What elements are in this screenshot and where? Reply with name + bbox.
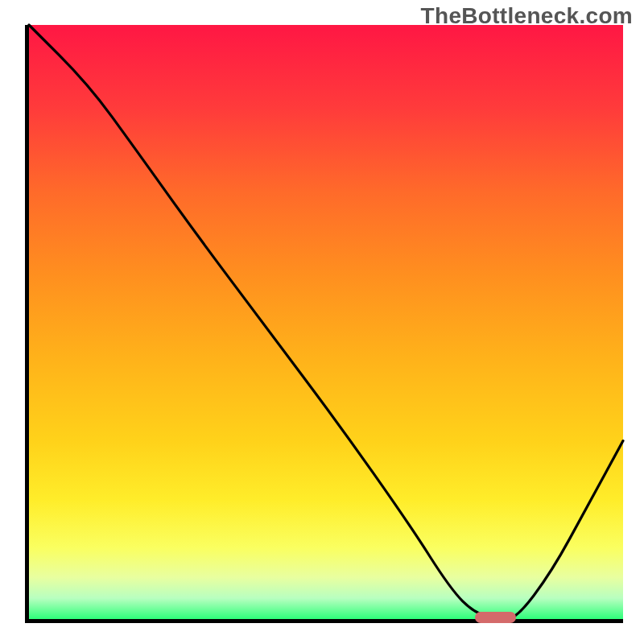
bottleneck-curve <box>29 25 623 619</box>
curve-layer <box>29 25 623 619</box>
chart-frame: TheBottleneck.com <box>0 0 644 644</box>
optimal-range-marker <box>475 612 517 623</box>
plot-area <box>25 25 623 623</box>
